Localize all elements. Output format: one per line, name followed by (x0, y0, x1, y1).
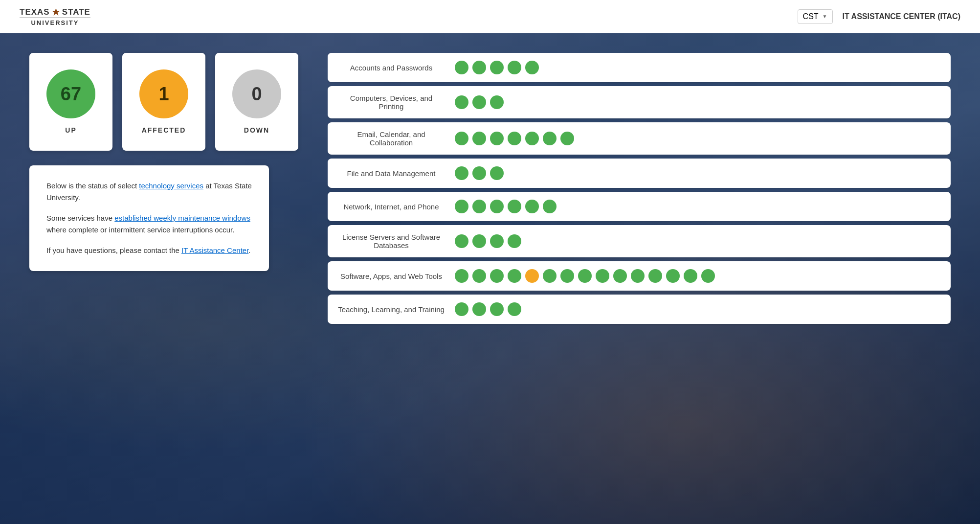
status-dot-1 (472, 234, 486, 248)
status-dot-1 (472, 200, 486, 213)
status-dot-13 (684, 269, 697, 283)
maintenance-windows-link[interactable]: established weekly maintenance windows (114, 214, 250, 222)
service-name: Computers, Devices, and Printing (337, 94, 445, 111)
up-value: 67 (61, 84, 81, 105)
status-dot-4 (525, 61, 539, 74)
status-dot-0 (455, 200, 468, 213)
service-name: File and Data Management (337, 169, 445, 178)
status-dot-2 (490, 166, 504, 180)
dots-area (445, 234, 941, 248)
status-dot-12 (666, 269, 680, 283)
info-paragraph-3: If you have questions, please contact th… (46, 245, 252, 256)
dots-area (445, 166, 941, 180)
dots-area (445, 269, 941, 283)
status-dot-1 (472, 61, 486, 74)
status-dot-11 (648, 269, 662, 283)
status-dot-0 (455, 234, 468, 248)
service-card[interactable]: File and Data Management (328, 159, 951, 188)
status-dot-2 (490, 234, 504, 248)
affected-label: AFFECTED (142, 126, 186, 134)
info-box: Below is the status of select technology… (29, 165, 269, 271)
itac-label: IT ASSISTANCE CENTER (ITAC) (843, 12, 960, 21)
service-name: Network, Internet, and Phone (337, 203, 445, 211)
status-dot-1 (472, 302, 486, 316)
service-name: Teaching, Learning, and Training (337, 305, 445, 314)
stat-card-up: 67 UP (29, 53, 112, 151)
timezone-value: CST (803, 12, 819, 21)
status-dot-3 (508, 234, 521, 248)
status-dot-0 (455, 61, 468, 74)
status-dot-2 (490, 269, 504, 283)
service-name: License Servers and Software Databases (337, 233, 445, 250)
status-dot-6 (560, 132, 574, 145)
timezone-dropdown[interactable]: CST ▼ (798, 9, 833, 24)
star-icon: ★ (52, 7, 60, 18)
stats-row: 67 UP 1 AFFECTED 0 DOWN (29, 53, 313, 151)
status-dot-2 (490, 302, 504, 316)
status-dot-0 (455, 166, 468, 180)
status-dot-7 (578, 269, 592, 283)
status-dot-3 (508, 61, 521, 74)
info-paragraph-2: Some services have established weekly ma… (46, 212, 252, 236)
status-dot-4 (525, 269, 539, 283)
service-card[interactable]: Software, Apps, and Web Tools (328, 261, 951, 291)
affected-value: 1 (158, 84, 169, 105)
up-circle: 67 (46, 69, 95, 118)
logo-line1: TEXAS ★ STATE (20, 7, 90, 18)
stat-card-affected: 1 AFFECTED (122, 53, 205, 151)
chevron-down-icon: ▼ (823, 14, 827, 19)
service-card[interactable]: Email, Calendar, and Collaboration (328, 122, 951, 155)
info-paragraph-1: Below is the status of select technology… (46, 180, 252, 204)
status-dot-5 (543, 269, 557, 283)
status-dot-2 (490, 95, 504, 109)
status-dot-9 (613, 269, 627, 283)
service-name: Accounts and Passwords (337, 64, 445, 72)
status-dot-4 (525, 132, 539, 145)
left-panel: 67 UP 1 AFFECTED 0 DOWN Below is the sta… (29, 53, 313, 504)
header-right: CST ▼ IT ASSISTANCE CENTER (ITAC) (798, 9, 960, 24)
up-label: UP (65, 126, 76, 134)
header: TEXAS ★ STATE UNIVERSITY CST ▼ IT ASSIST… (0, 0, 980, 33)
right-panel: Accounts and PasswordsComputers, Devices… (328, 53, 951, 504)
dots-area (445, 200, 941, 213)
service-card[interactable]: Teaching, Learning, and Training (328, 295, 951, 324)
status-dot-1 (472, 132, 486, 145)
down-circle: 0 (232, 69, 281, 118)
status-dot-5 (543, 200, 557, 213)
status-dot-1 (472, 166, 486, 180)
status-dot-8 (596, 269, 609, 283)
status-dot-0 (455, 302, 468, 316)
logo: TEXAS ★ STATE UNIVERSITY (20, 7, 90, 26)
status-dot-5 (543, 132, 557, 145)
status-dot-2 (490, 200, 504, 213)
service-card[interactable]: License Servers and Software Databases (328, 225, 951, 257)
main-content: 67 UP 1 AFFECTED 0 DOWN Below is the sta… (0, 33, 980, 524)
service-card[interactable]: Accounts and Passwords (328, 53, 951, 82)
logo-line2: UNIVERSITY (20, 18, 90, 26)
stat-card-down: 0 DOWN (215, 53, 298, 151)
status-dot-4 (525, 200, 539, 213)
status-dot-14 (701, 269, 715, 283)
service-name: Email, Calendar, and Collaboration (337, 130, 445, 147)
status-dot-2 (490, 61, 504, 74)
service-card[interactable]: Computers, Devices, and Printing (328, 86, 951, 118)
service-name: Software, Apps, and Web Tools (337, 272, 445, 280)
status-dot-0 (455, 269, 468, 283)
status-dot-3 (508, 302, 521, 316)
dots-area (445, 95, 941, 109)
technology-services-link[interactable]: technology services (139, 182, 203, 190)
status-dot-1 (472, 269, 486, 283)
status-dot-3 (508, 269, 521, 283)
down-label: DOWN (244, 126, 269, 134)
dots-area (445, 132, 941, 145)
service-card[interactable]: Network, Internet, and Phone (328, 192, 951, 221)
status-dot-3 (508, 200, 521, 213)
affected-circle: 1 (139, 69, 188, 118)
status-dot-0 (455, 95, 468, 109)
down-value: 0 (251, 84, 262, 105)
itac-link[interactable]: IT Assistance Center (181, 246, 248, 254)
status-dot-2 (490, 132, 504, 145)
status-dot-10 (631, 269, 645, 283)
status-dot-6 (560, 269, 574, 283)
dots-area (445, 302, 941, 316)
